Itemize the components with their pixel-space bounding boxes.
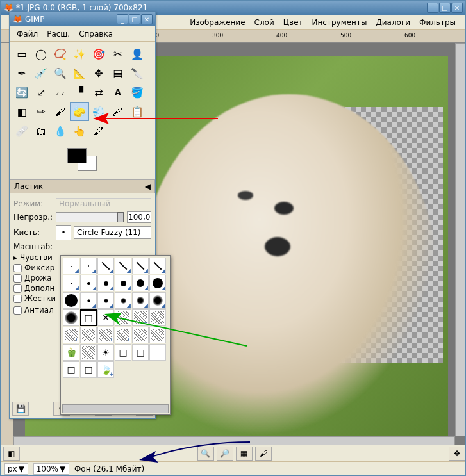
brush-item[interactable] [63,309,79,326]
brush-item[interactable]: ◢ [149,258,166,274]
pencil-tool[interactable]: ✏ [31,102,51,121]
brush-item[interactable]: + [149,344,166,361]
brush-preview-button[interactable]: • [56,225,71,240]
foreground-color[interactable] [67,148,87,163]
eraser-tool[interactable]: 🧽 [70,102,89,121]
brush-item[interactable]: + [63,327,79,343]
zoom-fit-button[interactable]: ▦ [236,447,253,461]
brush-item[interactable] [149,309,166,326]
brush-item[interactable]: 🫑 [63,344,79,361]
shear-tool[interactable]: ▱ [51,83,70,102]
scrollbar-vertical[interactable] [455,43,465,436]
toolbox-titlebar[interactable]: 🦊 GIMP _ □ ✕ [10,12,155,26]
rect-select-tool[interactable]: ▭ [12,44,31,63]
perspective-tool[interactable]: ▝ [70,83,89,102]
brush-item[interactable]: ◢ [149,292,166,309]
brush-item[interactable]: ◢ [80,275,97,291]
menu-color[interactable]: Цвет [279,16,308,29]
brush-item[interactable]: ◢ [97,275,114,291]
maximize-button[interactable]: □ [439,3,451,13]
brush-item[interactable]: □ [80,361,97,378]
ellipse-select-tool[interactable]: ◯ [31,44,51,63]
bucket-fill-tool[interactable]: 🪣 [128,83,147,102]
chk-pressure[interactable]: Чувстви [20,253,53,262]
brush-item[interactable]: ◢ [63,258,79,274]
brush-item-selected[interactable]: □ [80,309,97,326]
menu-xtns[interactable]: Расш. [42,28,74,40]
nav-cross-icon[interactable]: ✥ [449,447,465,461]
brush-item[interactable]: ◢ [63,275,79,291]
paintbrush-tool[interactable]: 🖌 [51,102,70,121]
brush-item[interactable]: + [97,327,114,343]
chk-antialias[interactable] [13,306,22,315]
measure-tool[interactable]: 📐 [70,63,89,83]
scissors-tool[interactable]: ✂ [108,44,128,63]
clone-tool[interactable]: 📋 [128,102,147,121]
brush-item[interactable]: □ [115,344,131,361]
crop-tool[interactable]: 🔪 [128,63,147,83]
brush-name[interactable]: Circle Fuzzy (11) [74,226,151,239]
brush-item[interactable]: ◢ [132,258,149,274]
brush-item[interactable]: ◢ [132,292,149,309]
free-select-tool[interactable]: 📿 [51,44,70,63]
brush-item[interactable]: ◢ [97,258,114,274]
flip-tool[interactable]: ⇄ [89,83,108,102]
navigation-button[interactable]: 🖌 [255,447,272,461]
menu-tools[interactable]: Инструменты [308,16,372,29]
brush-popup-scrollbar[interactable] [62,404,169,413]
brush-item[interactable]: ◢ [149,275,166,291]
brush-item[interactable]: ◢ [80,292,97,309]
zoom-in-button[interactable]: 🔎 [217,447,233,461]
heal-tool[interactable]: 🩹 [12,121,31,140]
brush-item[interactable] [132,327,149,343]
quickmask-toggle[interactable]: ◧ [3,447,20,461]
chk-incremental[interactable] [13,284,22,293]
color-picker-tool[interactable]: 💉 [31,63,51,83]
dodge-burn-tool[interactable]: 🖍 [89,121,108,140]
brush-item[interactable] [80,327,97,343]
text-tool[interactable]: A [108,83,128,102]
move-tool[interactable]: ✥ [89,63,108,83]
perspective-clone-tool[interactable]: 🗂 [31,121,51,140]
brush-item[interactable]: ✕ [97,309,114,326]
brush-item[interactable]: + [132,309,149,326]
color-select-tool[interactable]: 🎯 [89,44,108,63]
save-options-button[interactable]: 💾 [12,402,29,416]
brush-item[interactable]: + [115,327,131,343]
chk-jitter[interactable] [13,274,22,283]
zoom-select[interactable]: 100%▼ [33,463,69,475]
brush-item[interactable]: 🍃+ [97,361,114,378]
menu-help[interactable]: Справка [74,28,117,40]
brush-item[interactable]: + [149,327,166,343]
blend-tool[interactable]: ◧ [12,102,31,121]
brush-item[interactable]: □ [63,361,79,378]
brush-item[interactable] [63,292,79,309]
close-button[interactable]: ✕ [451,3,463,13]
toolbox-minimize-button[interactable]: _ [117,14,128,24]
menu-dialogs[interactable]: Диалоги [371,16,415,29]
brush-item[interactable]: ◢ [97,292,114,309]
color-swatches[interactable] [63,147,102,176]
minimize-button[interactable]: _ [427,3,438,13]
mode-select[interactable]: Нормальный [56,198,151,209]
brush-item[interactable]: + [80,344,97,361]
brush-item[interactable] [115,309,131,326]
menu-layer[interactable]: Слой [250,16,279,29]
brush-item[interactable]: □ [132,344,149,361]
opacity-input[interactable] [127,211,151,223]
menu-image[interactable]: Изображение [185,16,249,29]
align-tool[interactable]: ▤ [108,63,128,83]
fuzzy-select-tool[interactable]: ✨ [70,44,89,63]
paths-tool[interactable]: ✒ [12,63,31,83]
chk-hard[interactable] [13,295,22,303]
ink-tool[interactable]: 🖋 [108,102,128,121]
tool-options-menu-icon[interactable]: ◀ [145,182,151,191]
zoom-tool[interactable]: 🔍 [51,63,70,83]
blur-tool[interactable]: 💧 [51,121,70,140]
brush-item[interactable]: ◢ [115,275,131,291]
brush-item[interactable]: ◢ [80,258,97,274]
toolbox-maximize-button[interactable]: □ [129,14,140,24]
airbrush-tool[interactable]: 💨 [89,102,108,121]
menu-file[interactable]: Файл [12,28,42,40]
brush-item[interactable]: ☀ [97,344,114,361]
